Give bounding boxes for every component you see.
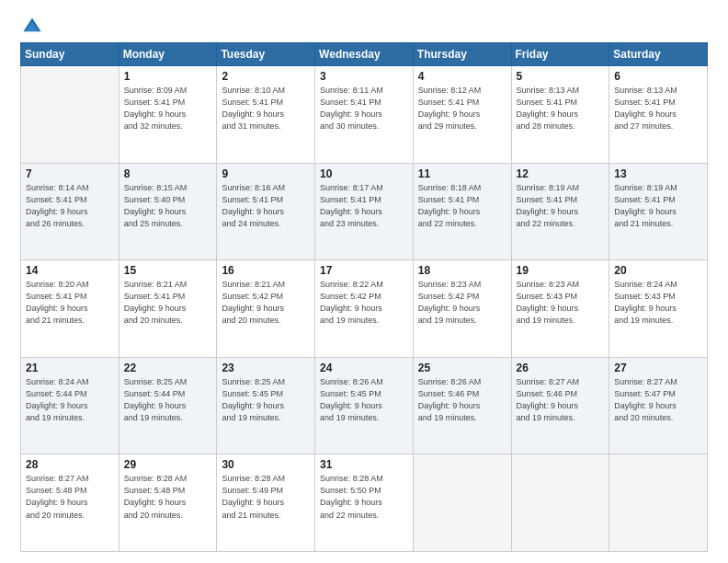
day-number: 24 — [320, 362, 408, 374]
cell-info: Sunrise: 8:24 AMSunset: 5:44 PMDaylight:… — [26, 376, 114, 424]
weekday-header: Wednesday — [315, 43, 414, 66]
weekday-header: Sunday — [21, 43, 119, 66]
calendar-cell: 25Sunrise: 8:26 AMSunset: 5:46 PMDayligh… — [413, 357, 511, 454]
calendar-cell: 19Sunrise: 8:23 AMSunset: 5:43 PMDayligh… — [511, 260, 609, 358]
calendar-week-row: 28Sunrise: 8:27 AMSunset: 5:48 PMDayligh… — [21, 454, 708, 552]
cell-info: Sunrise: 8:14 AMSunset: 5:41 PMDaylight:… — [26, 182, 114, 230]
day-number: 13 — [614, 167, 702, 180]
calendar-cell: 11Sunrise: 8:18 AMSunset: 5:41 PMDayligh… — [413, 163, 511, 260]
weekday-header: Saturday — [609, 43, 708, 66]
day-number: 12 — [517, 167, 605, 180]
cell-info: Sunrise: 8:22 AMSunset: 5:42 PMDaylight:… — [320, 279, 408, 327]
calendar-cell — [511, 454, 609, 552]
cell-info: Sunrise: 8:11 AMSunset: 5:41 PMDaylight:… — [320, 85, 408, 132]
weekday-header: Monday — [119, 43, 217, 66]
day-number: 8 — [124, 167, 212, 180]
calendar-cell: 3Sunrise: 8:11 AMSunset: 5:41 PMDaylight… — [315, 66, 414, 164]
day-number: 6 — [614, 70, 702, 83]
cell-info: Sunrise: 8:19 AMSunset: 5:41 PMDaylight:… — [517, 182, 605, 230]
cell-info: Sunrise: 8:25 AMSunset: 5:45 PMDaylight:… — [222, 376, 310, 424]
day-number: 27 — [614, 362, 702, 374]
day-number: 3 — [320, 70, 408, 83]
calendar-cell — [413, 454, 511, 552]
calendar-cell — [609, 454, 708, 552]
calendar-cell: 23Sunrise: 8:25 AMSunset: 5:45 PMDayligh… — [217, 357, 315, 454]
calendar-week-row: 21Sunrise: 8:24 AMSunset: 5:44 PMDayligh… — [21, 357, 708, 454]
cell-info: Sunrise: 8:26 AMSunset: 5:45 PMDaylight:… — [320, 376, 408, 424]
cell-info: Sunrise: 8:19 AMSunset: 5:41 PMDaylight:… — [614, 182, 702, 230]
cell-info: Sunrise: 8:28 AMSunset: 5:48 PMDaylight:… — [124, 473, 212, 521]
day-number: 29 — [124, 458, 212, 471]
cell-info: Sunrise: 8:25 AMSunset: 5:44 PMDaylight:… — [124, 376, 212, 424]
weekday-header: Friday — [511, 43, 609, 66]
calendar-cell: 14Sunrise: 8:20 AMSunset: 5:41 PMDayligh… — [21, 260, 119, 358]
day-number: 20 — [614, 264, 702, 277]
calendar-cell: 5Sunrise: 8:13 AMSunset: 5:41 PMDaylight… — [511, 66, 609, 164]
cell-info: Sunrise: 8:17 AMSunset: 5:41 PMDaylight:… — [320, 182, 408, 230]
calendar-cell: 18Sunrise: 8:23 AMSunset: 5:42 PMDayligh… — [413, 260, 511, 358]
calendar-cell — [21, 66, 119, 164]
cell-info: Sunrise: 8:27 AMSunset: 5:46 PMDaylight:… — [517, 376, 605, 424]
weekday-header: Thursday — [413, 43, 511, 66]
calendar-cell: 2Sunrise: 8:10 AMSunset: 5:41 PMDaylight… — [217, 66, 315, 164]
day-number: 11 — [418, 167, 506, 180]
cell-info: Sunrise: 8:18 AMSunset: 5:41 PMDaylight:… — [418, 182, 506, 230]
cell-info: Sunrise: 8:23 AMSunset: 5:43 PMDaylight:… — [517, 279, 605, 327]
cell-info: Sunrise: 8:27 AMSunset: 5:48 PMDaylight:… — [26, 473, 114, 521]
day-number: 15 — [124, 264, 212, 277]
logo — [20, 17, 46, 37]
page: SundayMondayTuesdayWednesdayThursdayFrid… — [0, 0, 728, 563]
logo-icon — [22, 17, 42, 37]
calendar-cell: 15Sunrise: 8:21 AMSunset: 5:41 PMDayligh… — [119, 260, 217, 358]
cell-info: Sunrise: 8:28 AMSunset: 5:49 PMDaylight:… — [222, 473, 310, 521]
day-number: 5 — [517, 70, 605, 83]
day-number: 28 — [26, 458, 114, 471]
day-number: 30 — [222, 458, 310, 471]
weekday-header: Tuesday — [217, 43, 315, 66]
calendar-cell: 29Sunrise: 8:28 AMSunset: 5:48 PMDayligh… — [119, 454, 217, 552]
cell-info: Sunrise: 8:13 AMSunset: 5:41 PMDaylight:… — [517, 85, 605, 132]
day-number: 1 — [124, 70, 212, 83]
header — [20, 17, 708, 37]
day-number: 14 — [26, 264, 114, 277]
cell-info: Sunrise: 8:26 AMSunset: 5:46 PMDaylight:… — [418, 376, 506, 424]
calendar-table: SundayMondayTuesdayWednesdayThursdayFrid… — [20, 42, 708, 552]
calendar-cell: 20Sunrise: 8:24 AMSunset: 5:43 PMDayligh… — [609, 260, 708, 358]
cell-info: Sunrise: 8:27 AMSunset: 5:47 PMDaylight:… — [614, 376, 702, 424]
calendar-cell: 7Sunrise: 8:14 AMSunset: 5:41 PMDaylight… — [21, 163, 119, 260]
calendar-cell: 4Sunrise: 8:12 AMSunset: 5:41 PMDaylight… — [413, 66, 511, 164]
cell-info: Sunrise: 8:12 AMSunset: 5:41 PMDaylight:… — [418, 85, 506, 132]
day-number: 7 — [26, 167, 114, 180]
day-number: 17 — [320, 264, 408, 277]
calendar-cell: 31Sunrise: 8:28 AMSunset: 5:50 PMDayligh… — [315, 454, 414, 552]
calendar-cell: 1Sunrise: 8:09 AMSunset: 5:41 PMDaylight… — [119, 66, 217, 164]
calendar-cell: 8Sunrise: 8:15 AMSunset: 5:40 PMDaylight… — [119, 163, 217, 260]
calendar-cell: 16Sunrise: 8:21 AMSunset: 5:42 PMDayligh… — [217, 260, 315, 358]
calendar-cell: 17Sunrise: 8:22 AMSunset: 5:42 PMDayligh… — [315, 260, 414, 358]
day-number: 31 — [320, 458, 408, 471]
calendar-cell: 6Sunrise: 8:13 AMSunset: 5:41 PMDaylight… — [609, 66, 708, 164]
calendar-cell: 21Sunrise: 8:24 AMSunset: 5:44 PMDayligh… — [21, 357, 119, 454]
calendar-cell: 28Sunrise: 8:27 AMSunset: 5:48 PMDayligh… — [21, 454, 119, 552]
cell-info: Sunrise: 8:21 AMSunset: 5:41 PMDaylight:… — [124, 279, 212, 327]
day-number: 25 — [418, 362, 506, 374]
calendar-cell: 27Sunrise: 8:27 AMSunset: 5:47 PMDayligh… — [609, 357, 708, 454]
day-number: 16 — [222, 264, 310, 277]
calendar-cell: 30Sunrise: 8:28 AMSunset: 5:49 PMDayligh… — [217, 454, 315, 552]
calendar-week-row: 14Sunrise: 8:20 AMSunset: 5:41 PMDayligh… — [21, 260, 708, 358]
day-number: 21 — [26, 362, 114, 374]
calendar-cell: 22Sunrise: 8:25 AMSunset: 5:44 PMDayligh… — [119, 357, 217, 454]
cell-info: Sunrise: 8:15 AMSunset: 5:40 PMDaylight:… — [124, 182, 212, 230]
cell-info: Sunrise: 8:20 AMSunset: 5:41 PMDaylight:… — [26, 279, 114, 327]
cell-info: Sunrise: 8:13 AMSunset: 5:41 PMDaylight:… — [614, 85, 702, 132]
calendar-cell: 10Sunrise: 8:17 AMSunset: 5:41 PMDayligh… — [315, 163, 414, 260]
calendar-cell: 13Sunrise: 8:19 AMSunset: 5:41 PMDayligh… — [609, 163, 708, 260]
day-number: 26 — [517, 362, 605, 374]
day-number: 18 — [418, 264, 506, 277]
day-number: 4 — [418, 70, 506, 83]
cell-info: Sunrise: 8:16 AMSunset: 5:41 PMDaylight:… — [222, 182, 310, 230]
day-number: 10 — [320, 167, 408, 180]
cell-info: Sunrise: 8:21 AMSunset: 5:42 PMDaylight:… — [222, 279, 310, 327]
cell-info: Sunrise: 8:23 AMSunset: 5:42 PMDaylight:… — [418, 279, 506, 327]
cell-info: Sunrise: 8:09 AMSunset: 5:41 PMDaylight:… — [124, 85, 212, 132]
